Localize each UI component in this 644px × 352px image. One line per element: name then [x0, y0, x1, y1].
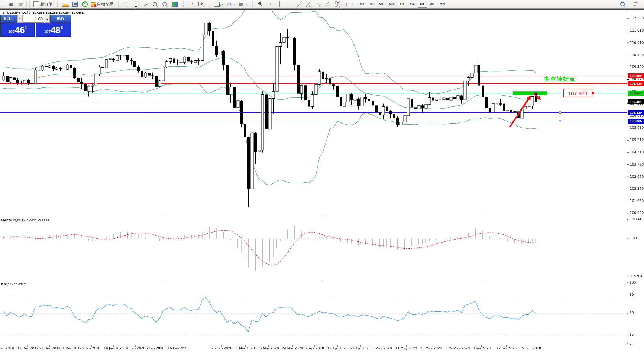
one-click-toggle-icon[interactable]: ▲: [2, 12, 5, 14]
sell-price-pip: 1: [25, 25, 27, 30]
indicators-button[interactable]: ▼: [213, 0, 225, 8]
signal-icon: [82, 1, 88, 7]
search-icon: [620, 1, 626, 7]
chat-icon: [633, 2, 638, 6]
signal-button[interactable]: [80, 0, 90, 8]
chart-shift-icon: [198, 2, 204, 6]
period-icon: ◷: [226, 1, 232, 7]
channel-icon: ╱E: [306, 1, 311, 7]
autotrading-button[interactable]: 自动交易: [90, 0, 114, 8]
rsi-indicator-label: RSI(14) 50.6327: [1, 282, 26, 286]
trendline-button[interactable]: ╱: [294, 0, 304, 8]
axis-badge-support-2: 106.335: [628, 119, 644, 124]
price-callout-label[interactable]: 107.971: [563, 89, 592, 97]
zoom-out-button[interactable]: −: [160, 0, 170, 8]
new-order-label: 新订单: [40, 1, 52, 7]
volume-increase-button[interactable]: ▲: [45, 15, 50, 23]
turning-point-annotation: 多空转折点: [544, 76, 576, 83]
period-button[interactable]: ◷▼: [225, 0, 237, 8]
dropdown-caret-icon[interactable]: ▼: [351, 3, 353, 6]
timeframe-m30[interactable]: M30: [388, 1, 397, 8]
dropdown-caret-icon[interactable]: ▼: [233, 3, 236, 6]
timeframe-h4[interactable]: H4: [408, 1, 417, 8]
bar-chart-icon: [124, 2, 129, 6]
timeframe-m1[interactable]: M1: [357, 1, 367, 8]
label-icon: T: [335, 1, 340, 7]
sell-price-tile[interactable]: 107 46 1: [0, 23, 35, 37]
buy-price-big: 48: [51, 25, 61, 36]
zoom-out-icon: −: [162, 1, 168, 7]
sell-price-big: 46: [15, 25, 25, 36]
dropdown-caret-icon[interactable]: ▼: [245, 3, 247, 6]
ohlc-values: 107.986 108.155 107.354 107.461: [32, 11, 84, 15]
arrows-icon: ↕: [344, 1, 349, 7]
new-chart-icon: ▦: [8, 1, 14, 7]
templates-icon: ▤: [238, 1, 243, 7]
axis-badge-key-level: 107.971: [628, 91, 644, 96]
dropdown-caret-icon[interactable]: ▼: [221, 3, 224, 6]
autoscroll-icon: [189, 2, 194, 6]
fibo-button[interactable]: ≡F: [314, 0, 323, 8]
crosshair-icon: +: [267, 1, 273, 7]
hline-icon: ─: [287, 1, 292, 7]
axis-badge-resistance-1: 108.982: [628, 73, 644, 78]
timeframe-d1[interactable]: D1: [418, 1, 427, 8]
axis-badge-support-1: 106.830: [628, 110, 644, 115]
timeframe-mn[interactable]: MN: [438, 1, 447, 8]
chat-button[interactable]: [631, 0, 640, 8]
tile-windows-button[interactable]: [170, 0, 179, 8]
profiles-button[interactable]: ▥: [16, 0, 25, 8]
chart-canvas[interactable]: [0, 0, 644, 352]
channel-button[interactable]: ╱E: [304, 0, 314, 8]
new-order-icon: [33, 1, 39, 7]
cursor-button[interactable]: [256, 0, 265, 8]
line-chart-button[interactable]: [141, 0, 151, 8]
axis-badge-current-price: 107.461: [628, 99, 644, 104]
buy-price-tile[interactable]: 107 48 6: [36, 23, 71, 37]
toolbar: ▦▥新订单自动交易+−▼◷▼▤▼+│─╱╱E≡FAT↕▼M1M5M15M30H1…: [0, 0, 644, 9]
chart-shift-button[interactable]: [196, 0, 206, 8]
hline-button[interactable]: ─: [285, 0, 294, 8]
search-button[interactable]: [618, 0, 628, 8]
profiles-icon: ▥: [18, 1, 23, 7]
text-button[interactable]: A: [323, 0, 333, 8]
trendline-icon: ╱: [296, 1, 302, 7]
vline-icon: │: [277, 1, 282, 7]
new-order-button[interactable]: 新订单: [32, 0, 54, 8]
gold-button[interactable]: [61, 0, 70, 8]
vline-button[interactable]: │: [275, 0, 285, 8]
macd-indicator-label: MACD(12,26,9) -0.0622 -0.1994: [1, 218, 49, 222]
buy-button[interactable]: BUY: [50, 15, 71, 23]
bar-chart-button[interactable]: [122, 0, 131, 8]
candlestick-icon: [135, 3, 137, 7]
crosshair-button[interactable]: +: [265, 0, 275, 8]
one-click-trading-panel: SELL ▼ ▲ BUY 107 46 1 107 48 6: [0, 15, 72, 37]
new-chart-button[interactable]: ▦: [6, 0, 16, 8]
chart-data-line: ▲ USDJPY-,Daily 107.986 108.155 107.354 …: [2, 11, 84, 15]
zoom-in-icon: +: [153, 1, 158, 7]
market-button[interactable]: [70, 0, 80, 8]
arrows-button[interactable]: ↕▼: [343, 0, 355, 8]
timeframe-m15[interactable]: M15: [378, 1, 387, 8]
text-icon: A: [325, 1, 331, 7]
line-chart-icon: [143, 2, 148, 6]
fibo-icon: ≡F: [315, 1, 321, 7]
symbol-period-label: USDJPY-,Daily: [7, 11, 30, 15]
volume-input[interactable]: [23, 15, 44, 23]
volume-decrease-button[interactable]: ▼: [17, 15, 23, 23]
cursor-icon: [258, 1, 263, 7]
autoscroll-button[interactable]: [187, 0, 196, 8]
templates-button[interactable]: ▤▼: [237, 0, 249, 8]
label-button[interactable]: T: [333, 0, 343, 8]
sell-price-prefix: 107: [8, 29, 14, 34]
zoom-in-button[interactable]: +: [151, 0, 160, 8]
mt4-window: ▦▥新订单自动交易+−▼◷▼▤▼+│─╱╱E≡FAT↕▼M1M5M15M30H1…: [0, 0, 644, 352]
market-icon: [72, 2, 78, 7]
tile-windows-icon: [172, 2, 178, 7]
candlestick-button[interactable]: [131, 0, 141, 8]
buy-price-prefix: 107: [44, 29, 51, 34]
timeframe-m5[interactable]: M5: [368, 1, 377, 8]
timeframe-h1[interactable]: H1: [398, 1, 407, 8]
sell-button[interactable]: SELL: [0, 15, 17, 23]
timeframe-w1[interactable]: W1: [428, 1, 437, 8]
